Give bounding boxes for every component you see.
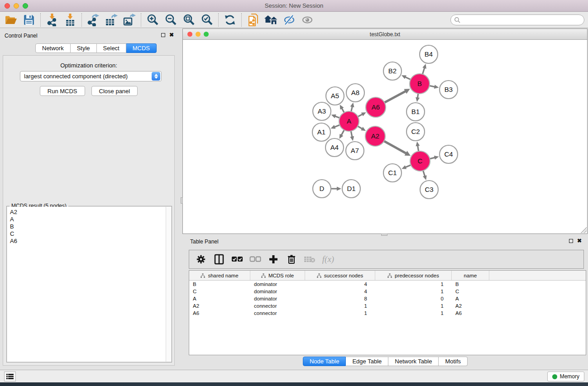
mcds-result-list[interactable]: A2ABCA6 [7,207,171,362]
import-table-button[interactable] [61,13,79,27]
tab-node-table[interactable]: Node Table [303,357,346,366]
canvas-vscroll-thumb[interactable] [181,197,183,204]
table-header-row[interactable]: shared nameMCDS rolesuccessor nodesprede… [189,271,586,281]
table-panel-tabs: Node TableEdge TableNetwork TableMotifs [182,357,588,366]
status-bar: Memory [0,370,588,382]
select-all-columns-button[interactable] [229,252,245,267]
close-panel-button[interactable]: Close panel [91,86,138,96]
table-cell: A2 [189,303,250,309]
table-row[interactable]: Cdominator41C [189,288,586,295]
zoom-in-button[interactable] [143,13,162,27]
criterion-dropdown[interactable]: largest connected component (directed) [20,71,162,81]
table-cell: 0 [375,296,452,301]
run-mcds-button[interactable]: Run MCDS [40,86,85,96]
zoom-out-button[interactable] [162,13,180,27]
column-header-predecessor-nodes[interactable]: predecessor nodes [375,271,452,280]
mcds-list-scrollbar[interactable] [166,207,171,362]
network-view-window: testGlobe.txt B4B2BB3A8A5A6A3B1AC2A1A2A4… [182,29,588,234]
graph-node-label: A7 [351,147,359,154]
column-header-label: name [464,273,477,278]
graph-node-label: D [320,185,325,192]
hide-details-button[interactable] [280,13,298,27]
export-table-button[interactable] [102,13,120,27]
network-canvas[interactable]: B4B2BB3A8A5A6A3B1AC2A1A2A4A7C4CC1C3DD1 [183,40,587,234]
table-options-button[interactable] [193,252,209,267]
tab-network[interactable]: Network [35,43,71,53]
memory-button[interactable]: Memory [547,372,584,381]
column-header-label: successor nodes [324,273,363,278]
task-history-button[interactable] [4,372,16,381]
save-floppy-icon [23,14,35,26]
close-table-panel-icon[interactable]: ✖ [577,238,582,243]
resize-grip-icon[interactable] [581,227,587,233]
import-table-icon [64,14,76,26]
column-header-MCDS-role[interactable]: MCDS role [250,271,305,280]
column-header-successor-nodes[interactable]: successor nodes [305,271,375,280]
edge-arrowhead [416,142,420,147]
control-panel-title: Control Panel [5,33,38,39]
mcds-result-item[interactable]: A [10,216,166,223]
table-row[interactable]: Adominator80A [189,295,586,302]
import-network-button[interactable] [43,13,61,27]
column-header-shared-name[interactable]: shared name [189,271,250,280]
table-cell: A [189,296,250,301]
network-window-titlebar[interactable]: testGlobe.txt [183,29,587,40]
clone-network-button[interactable] [244,13,262,27]
mcds-result-group: MCDS result (5 nodes) A2ABCA6 [6,206,172,362]
graph-node-label: A [347,117,351,125]
tab-edge-table[interactable]: Edge Table [346,357,388,366]
zoom-selected-button[interactable] [198,13,216,27]
node-table[interactable]: shared nameMCDS rolesuccessor nodesprede… [189,270,586,355]
export-image-button[interactable] [120,13,139,27]
delete-table-button[interactable] [301,252,318,267]
network-graph[interactable]: B4B2BB3A8A5A6A3B1AC2A1A2A4A7C4CC1C3DD1 [183,40,587,234]
column-type-icon [201,273,205,278]
columns-icon [214,254,224,265]
zoom-fit-button[interactable] [180,13,198,27]
column-type-icon [387,273,392,278]
function-builder-button[interactable]: f(x) [320,252,336,267]
graph-node-label: A4 [330,143,339,151]
export-network-button[interactable] [84,13,102,27]
show-columns-button[interactable] [211,252,227,267]
table-cell: 1 [375,281,452,287]
import-network-icon [46,14,58,26]
float-table-panel-icon[interactable] [569,239,573,243]
open-session-button[interactable] [2,13,20,27]
export-network-icon [87,14,100,26]
tab-style[interactable]: Style [71,43,97,53]
graph-node-label: C3 [425,186,433,193]
close-panel-icon[interactable]: ✖ [169,33,174,37]
edge-arrowhead [434,156,439,160]
save-session-button[interactable] [20,13,38,27]
apply-layout-button[interactable] [221,13,239,27]
table-cell: 1 [305,303,375,309]
tab-motifs[interactable]: Motifs [439,357,468,366]
toolbar-separator [40,13,41,27]
first-neighbors-button[interactable] [262,13,280,27]
list-icon [6,373,14,380]
tab-select[interactable]: Select [97,43,126,53]
table-row[interactable]: Bdominator41B [189,281,586,288]
mcds-result-item[interactable]: A6 [10,238,166,245]
tab-mcds[interactable]: MCDS [126,43,157,53]
delete-columns-button[interactable] [283,252,300,267]
column-header-name[interactable]: name [452,271,489,280]
float-panel-icon[interactable] [161,33,165,37]
show-details-button[interactable] [298,13,316,27]
mcds-result-item[interactable]: A2 [10,209,166,216]
table-cell: 4 [305,281,375,287]
mcds-result-item[interactable]: B [10,223,166,230]
table-row[interactable]: A2connector11A2 [189,302,586,310]
search-input[interactable] [460,16,584,24]
table-row[interactable]: A6connector11A6 [189,310,586,317]
tab-network-table[interactable]: Network Table [388,357,439,366]
unselect-all-columns-button[interactable] [247,252,263,267]
search-icon [454,17,460,23]
table-cell: 1 [375,289,452,294]
column-header-label: predecessor nodes [395,273,439,278]
delete-table-icon [304,255,316,263]
mcds-result-item[interactable]: C [10,230,166,238]
create-column-button[interactable] [265,252,282,267]
search-field[interactable] [450,14,584,25]
